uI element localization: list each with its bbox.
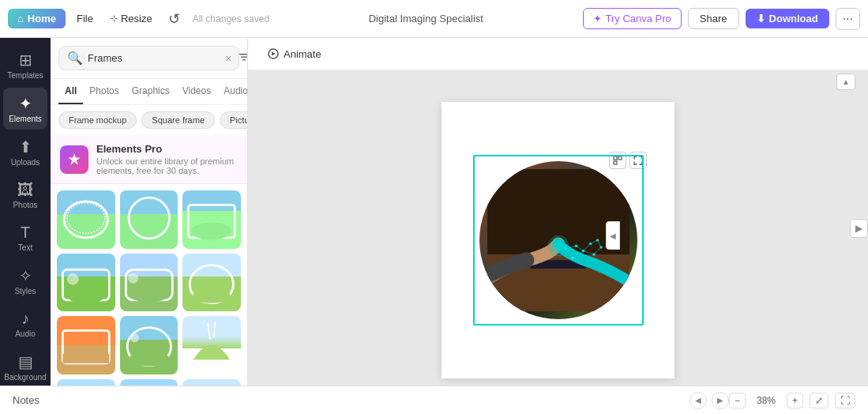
page-navigation: ◀ ▶ [690,392,729,409]
sidebar-item-label: Text [18,243,32,252]
download-icon: ⬇ [757,13,765,24]
search-box: 🔍 × [58,46,239,70]
list-item[interactable] [182,254,241,312]
svg-rect-1 [241,57,247,58]
scroll-top-button[interactable]: ▲ [836,73,855,90]
animate-button[interactable]: Animate [261,44,328,63]
svg-point-12 [67,273,79,285]
chip-square-frame[interactable]: Square frame [141,111,215,129]
list-item[interactable] [57,190,115,249]
pro-banner: Elements Pro Unlock our entire library o… [51,135,247,184]
search-input[interactable] [88,52,220,64]
zoom-level: 38% [752,395,780,406]
sidebar-item-styles[interactable]: ✧ Styles [3,260,47,302]
svg-point-45 [571,257,574,260]
home-label: Home [28,13,56,24]
canvas-page-content [442,102,674,378]
svg-rect-0 [239,54,248,55]
list-item[interactable] [120,316,178,374]
sidebar-item-background[interactable]: ▤ Background [3,346,47,386]
tab-all[interactable]: All [58,79,83,104]
canvas-toolbar: Animate [248,38,868,70]
tab-graphics[interactable]: Graphics [126,79,176,104]
svg-rect-30 [614,156,617,160]
sidebar-item-label: Photos [13,201,37,209]
topbar-center: Digital Imaging Specialist [276,13,576,24]
download-label: Download [769,13,818,24]
svg-point-14 [130,286,169,302]
zoom-in-button[interactable]: + [787,393,803,408]
file-button[interactable]: File [70,9,100,28]
search-icon: 🔍 [67,51,83,66]
list-item[interactable] [57,379,115,386]
sidebar-item-label: Styles [14,287,36,295]
topbar: ⌂ Home File ⊹ Resize ↺ All changes saved… [0,0,868,38]
list-item[interactable] [120,379,178,386]
undo-button[interactable]: ↺ [163,7,185,31]
chip-frame-mockup[interactable]: Frame mockup [58,111,137,129]
panel-search-area: 🔍 × [51,38,247,79]
sidebar-item-photos[interactable]: 🖼 Photos [3,175,47,216]
list-item[interactable] [182,316,241,374]
svg-point-50 [574,244,577,247]
svg-point-22 [130,333,139,342]
panel-chips: Frame mockup Square frame Picture fr… [51,105,247,135]
pro-title: Elements Pro [96,143,238,155]
svg-rect-19 [62,354,109,363]
canvas-scroll[interactable]: ▲ [248,70,868,386]
home-button[interactable]: ⌂ Home [8,9,66,28]
sidebar-item-elements[interactable]: ✦ Elements [3,88,47,130]
sidebar-item-uploads[interactable]: ⬆ Uploads [3,131,47,173]
svg-point-54 [552,240,563,251]
svg-point-51 [596,239,599,242]
tab-photos[interactable]: Photos [83,79,125,104]
share-button[interactable]: Share [688,8,739,29]
audio-icon: ♪ [21,310,29,328]
panel-tabs: All Photos Graphics Videos Audio [51,79,247,105]
canva-star-icon: ✦ [593,13,602,24]
styles-icon: ✧ [19,266,32,285]
sidebar-item-label: Audio [15,329,36,338]
svg-point-11 [66,283,107,303]
specialist-label: Digital Imaging Specialist [369,13,483,24]
icon-sidebar: ⊞ Templates ✦ Elements ⬆ Uploads 🖼 Photo… [0,38,51,386]
topbar-right: ✦ Try Canva Pro Share ⬇ Download ··· [583,8,860,30]
resize-button[interactable]: ⊹ Resize [104,9,159,28]
pro-icon [60,145,88,174]
fit-screen-button[interactable]: ⤢ [810,393,829,408]
zoom-out-button[interactable]: − [729,393,746,408]
resize-icon: ⊹ [111,13,118,24]
prev-page-button[interactable]: ◀ [690,392,707,409]
elements-grid [57,190,241,386]
list-item[interactable] [182,190,241,249]
svg-point-46 [581,250,584,253]
list-item[interactable] [120,254,178,312]
download-button[interactable]: ⬇ Download [746,9,829,28]
try-canva-button[interactable]: ✦ Try Canva Pro [583,8,682,29]
sidebar-item-text[interactable]: T Text [3,217,47,258]
sidebar-item-label: Elements [9,115,42,123]
fullscreen-button[interactable]: ⛶ [835,393,855,408]
list-item[interactable] [57,254,115,312]
panel-collapse-button[interactable]: ◀ [606,221,620,250]
tab-audio[interactable]: Audio [217,79,248,104]
chip-picture-fr[interactable]: Picture fr… [220,111,247,129]
topbar-left: ⌂ Home File ⊹ Resize ↺ All changes saved [8,7,269,31]
resize-label: Resize [121,13,152,24]
more-options-button[interactable]: ··· [836,8,860,30]
next-page-button[interactable]: ▶ [712,392,729,409]
sidebar-item-templates[interactable]: ⊞ Templates [3,44,47,86]
search-clear-button[interactable]: × [225,52,231,65]
search-filter-button[interactable] [238,51,248,66]
svg-point-15 [128,273,138,284]
list-item[interactable] [57,316,115,374]
bottom-controls: − 38% + ⤢ ⛶ [729,393,855,408]
animate-icon [267,47,280,60]
sidebar-item-audio[interactable]: ♪ Audio [3,303,47,344]
collapse-icon: ◀ [610,231,616,240]
sidebar-item-label: Uploads [11,158,40,167]
list-item[interactable] [120,190,178,249]
scroll-right-button[interactable]: ▶ [850,219,868,238]
list-item[interactable] [182,379,241,386]
tab-videos[interactable]: Videos [176,79,217,104]
